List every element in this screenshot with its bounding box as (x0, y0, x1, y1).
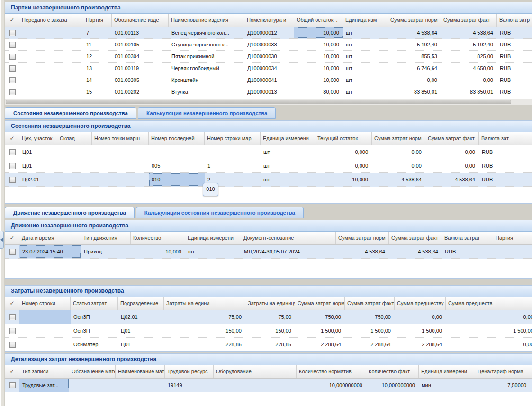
column-header[interactable]: Единица измерени (261, 132, 315, 145)
cell[interactable]: 2 288,64 (395, 338, 446, 351)
cell[interactable] (19, 324, 71, 337)
cell[interactable]: Ц01 (19, 145, 57, 159)
cell[interactable] (92, 145, 149, 159)
tab-movement[interactable]: Движение незавершенного производства (5, 207, 135, 218)
cell[interactable] (19, 51, 83, 62)
table-row[interactable]: 12001.00304Пятак прижимнойД10000003010,0… (5, 51, 532, 63)
cell[interactable]: Ц01 (118, 338, 164, 351)
column-header[interactable]: Оборудование (214, 365, 297, 378)
column-header[interactable]: Текущий остаток (315, 132, 372, 145)
cell[interactable]: 10,000 (294, 27, 343, 38)
row-checkbox[interactable] (9, 163, 16, 169)
cell[interactable]: 6 746,64 (388, 63, 441, 74)
cell[interactable]: 1 500,00 (345, 324, 395, 337)
cell[interactable]: 13 (83, 63, 112, 74)
row-checkbox[interactable] (9, 382, 16, 388)
column-header[interactable]: Номер точки марш (92, 132, 149, 145)
cell[interactable]: 4 538,64 (425, 173, 479, 186)
column-header[interactable]: Количество факт (366, 365, 419, 378)
cell[interactable] (19, 63, 83, 74)
cell[interactable]: 10,000000000 (366, 379, 419, 392)
column-header[interactable]: Тип движения (81, 232, 131, 244)
cell[interactable] (116, 379, 165, 392)
cell[interactable]: 005 (149, 159, 205, 172)
column-header[interactable]: Подразделение (118, 297, 164, 310)
cell[interactable]: 0,00 (446, 338, 532, 351)
cell[interactable] (57, 159, 92, 172)
cell[interactable] (205, 145, 261, 159)
column-header[interactable]: Сумма затрат норм (388, 14, 441, 27)
cell[interactable]: Д100000013 (244, 86, 294, 98)
column-header[interactable]: Обозначение мате (69, 365, 116, 378)
column-header[interactable]: Цех, участок (19, 132, 57, 145)
row-checkbox[interactable] (9, 54, 16, 60)
column-header[interactable]: Сумма затрат факт . (345, 297, 395, 310)
cell[interactable]: шт (343, 74, 388, 86)
cell[interactable]: Д100000034 (244, 63, 294, 74)
column-header[interactable]: Сумма затрат норм (295, 297, 345, 310)
cell[interactable] (19, 310, 71, 324)
column-header[interactable]: Сумма затрат факт (425, 132, 479, 145)
cell[interactable]: 228,86 (245, 338, 295, 351)
cell[interactable] (19, 74, 83, 86)
cell[interactable]: шт (343, 86, 388, 98)
column-header[interactable]: Сумма затрат норм (336, 232, 389, 244)
cell[interactable]: RUB (479, 145, 532, 159)
cell[interactable]: 10,000 (315, 173, 372, 186)
column-header[interactable]: Сумма затрат факт (389, 232, 442, 244)
cell[interactable]: 75,00 (245, 310, 295, 324)
cell[interactable]: RUB (479, 159, 532, 172)
cell[interactable]: 1 (205, 159, 261, 172)
column-header[interactable]: Склад (57, 132, 92, 145)
column-header[interactable]: Единица изм (343, 14, 388, 27)
column-header[interactable]: Ц (530, 365, 532, 378)
column-header[interactable]: Валюта зат (479, 132, 532, 145)
cell[interactable]: шт (343, 63, 388, 74)
table-row[interactable]: ОснМатерЦ01228,86228,862 288,642 288,642… (5, 338, 532, 352)
cell[interactable]: 5 192,40 (388, 39, 441, 50)
cell[interactable]: 23.07.2024 15:40 (19, 245, 81, 258)
column-header[interactable]: Номер строки (19, 297, 71, 310)
cell[interactable]: 1 500,00 (446, 324, 532, 337)
row-checkbox[interactable] (9, 89, 16, 95)
cell[interactable]: 0,000 (315, 145, 372, 159)
cell[interactable]: RUB (497, 74, 532, 86)
cell[interactable] (69, 379, 116, 392)
cell[interactable]: 4 538,64 (389, 245, 442, 258)
column-header[interactable]: Трудовой ресурс (165, 365, 214, 378)
column-header[interactable]: Количество (131, 232, 185, 244)
column-header[interactable]: Сумма затрат факт (441, 14, 497, 27)
cell[interactable] (19, 86, 83, 98)
cell[interactable]: 825,00 (441, 51, 497, 62)
row-checkbox[interactable] (9, 342, 16, 348)
cell[interactable]: 80,000 (294, 86, 343, 98)
cell[interactable]: RUB (497, 63, 532, 74)
cell[interactable]: шт (343, 39, 388, 50)
cell[interactable]: 150,00 (164, 324, 245, 337)
cell[interactable]: 0,00 (372, 159, 425, 172)
cell[interactable]: шт (261, 159, 315, 172)
table-row[interactable]: 7001.00113Венец червячного кол...Д100000… (5, 27, 532, 39)
cell[interactable]: шт (343, 51, 388, 62)
cell[interactable]: шт (343, 27, 388, 38)
select-all-checkmark-icon[interactable]: ✓ (5, 365, 19, 378)
cell[interactable]: Венец червячного кол... (169, 27, 244, 38)
cell[interactable]: 0,00 (372, 145, 425, 159)
table-row[interactable]: 23.07.2024 15:40Приход10,000штМЛ,2024-30… (5, 245, 532, 259)
column-header[interactable]: Партия (83, 14, 112, 27)
select-all-checkmark-icon[interactable]: ✓ (5, 14, 19, 27)
cell[interactable]: 150,00 (245, 324, 295, 337)
cell[interactable]: RUB (497, 51, 532, 62)
cell[interactable]: Приход (81, 245, 131, 258)
cell[interactable]: Д100000041 (244, 74, 294, 86)
column-header[interactable]: Сумма затрат норм (372, 132, 425, 145)
cell[interactable]: RUB (497, 86, 532, 98)
cell[interactable]: 10,000 (131, 245, 185, 258)
row-checkbox[interactable] (9, 65, 16, 72)
cell[interactable]: 855,53 (388, 51, 441, 62)
column-header[interactable]: Сумма предшеств (446, 297, 532, 310)
column-header[interactable]: Номенклатура и (244, 14, 294, 27)
column-header[interactable]: Тип записи (19, 365, 69, 378)
cell[interactable]: 228,86 (164, 338, 245, 351)
cell[interactable]: ОснЗП (71, 310, 118, 324)
